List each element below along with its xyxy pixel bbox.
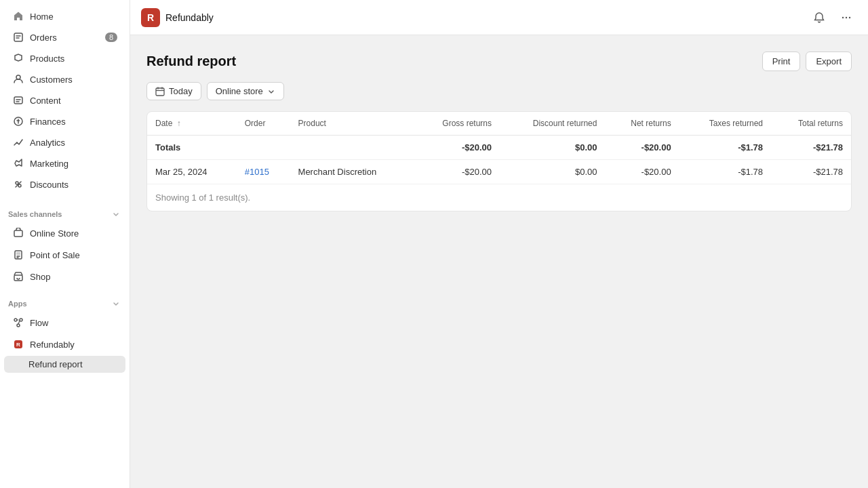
svg-rect-9 bbox=[14, 275, 22, 281]
notification-button[interactable] bbox=[808, 7, 830, 28]
sidebar-item-home[interactable]: Home bbox=[4, 6, 125, 26]
col-net-returns: Net returns bbox=[605, 112, 679, 136]
sidebar-item-shop[interactable]: Shop bbox=[4, 266, 125, 287]
export-button[interactable]: Export bbox=[806, 52, 852, 71]
sidebar-item-products[interactable]: Products bbox=[4, 48, 125, 68]
analytics-icon bbox=[12, 136, 24, 148]
col-gross-returns: Gross returns bbox=[414, 112, 500, 136]
totals-gross-returns: -$20.00 bbox=[414, 136, 500, 160]
main-area: R Refundably Refund report Print Export … bbox=[130, 0, 868, 488]
sidebar-item-refund-report[interactable]: Refund report bbox=[4, 356, 125, 373]
filter-bar: Today Online store bbox=[146, 82, 852, 100]
topbar: R Refundably bbox=[130, 0, 868, 35]
sidebar-item-finances[interactable]: Finances bbox=[4, 111, 125, 131]
apps-header: Apps bbox=[0, 291, 130, 312]
sidebar-sub-item-label: Refund report bbox=[28, 359, 83, 369]
sidebar-item-content[interactable]: Content bbox=[4, 90, 125, 110]
shop-icon bbox=[12, 270, 24, 283]
home-icon bbox=[12, 10, 24, 22]
flow-icon bbox=[12, 317, 24, 329]
page-title: Refund report bbox=[146, 54, 236, 69]
content-icon bbox=[12, 94, 24, 106]
store-filter-label: Online store bbox=[216, 86, 263, 96]
row-order: #1015 bbox=[237, 160, 290, 184]
row-date: Mar 25, 2024 bbox=[147, 160, 237, 184]
sidebar-item-online-store[interactable]: Online Store bbox=[4, 223, 125, 243]
svg-point-1 bbox=[16, 75, 20, 79]
more-options-button[interactable] bbox=[835, 7, 857, 28]
page-actions: Print Export bbox=[762, 52, 852, 71]
col-order: Order bbox=[237, 112, 290, 136]
col-discount-returned: Discount returned bbox=[500, 112, 605, 136]
row-taxes-returned: -$1.78 bbox=[679, 160, 771, 184]
sidebar: Home Orders 8 Products Customers Conte bbox=[0, 0, 130, 488]
date-filter[interactable]: Today bbox=[146, 82, 201, 100]
svg-point-4 bbox=[16, 182, 18, 184]
row-product: Merchant Discretion bbox=[290, 160, 414, 184]
marketing-icon bbox=[12, 157, 24, 169]
row-total-returns: -$21.78 bbox=[771, 160, 851, 184]
sidebar-item-label: Online Store bbox=[30, 228, 79, 239]
sidebar-item-label: Customers bbox=[30, 75, 73, 85]
svg-point-16 bbox=[846, 16, 847, 18]
row-discount-returned: $0.00 bbox=[500, 160, 605, 184]
date-filter-label: Today bbox=[169, 86, 193, 96]
svg-text:R: R bbox=[16, 342, 20, 348]
col-product: Product bbox=[290, 112, 414, 136]
totals-taxes-returned: -$1.78 bbox=[679, 136, 771, 160]
sidebar-item-point-of-sale[interactable]: Point of Sale bbox=[4, 245, 125, 265]
svg-point-10 bbox=[14, 319, 17, 321]
report-table-card: Date ↑ Order Product Gross returns Disco… bbox=[146, 111, 852, 211]
sidebar-item-label: Finances bbox=[30, 117, 66, 127]
sidebar-item-marketing[interactable]: Marketing bbox=[4, 153, 125, 174]
totals-row: Totals -$20.00 $0.00 -$20.00 -$1.78 -$21… bbox=[147, 136, 851, 160]
col-date[interactable]: Date ↑ bbox=[147, 112, 237, 136]
svg-rect-18 bbox=[156, 88, 164, 96]
sidebar-item-flow[interactable]: Flow bbox=[4, 312, 125, 333]
orders-icon bbox=[12, 31, 24, 43]
sidebar-item-label: Content bbox=[30, 96, 61, 106]
svg-point-15 bbox=[842, 16, 844, 18]
store-filter[interactable]: Online store bbox=[207, 82, 284, 100]
totals-total-returns: -$21.78 bbox=[771, 136, 851, 160]
customers-icon bbox=[12, 73, 24, 85]
sidebar-item-discounts[interactable]: Discounts bbox=[4, 174, 125, 195]
sidebar-item-label: Analytics bbox=[30, 138, 65, 148]
totals-label: Totals bbox=[147, 136, 237, 160]
topbar-logo: R bbox=[141, 8, 160, 27]
row-net-returns: -$20.00 bbox=[605, 160, 679, 184]
sidebar-item-orders[interactable]: Orders 8 bbox=[4, 27, 125, 47]
sidebar-item-label: Products bbox=[30, 54, 64, 64]
sidebar-item-label: Shop bbox=[30, 272, 50, 282]
sidebar-item-label: Home bbox=[30, 12, 54, 22]
topbar-title: Refundably bbox=[165, 12, 214, 23]
col-total-returns: Total returns bbox=[771, 112, 851, 136]
sidebar-item-refundably[interactable]: R Refundably bbox=[4, 334, 125, 354]
svg-rect-0 bbox=[14, 33, 22, 41]
totals-discount-returned: $0.00 bbox=[500, 136, 605, 160]
products-icon bbox=[12, 52, 24, 64]
sidebar-item-customers[interactable]: Customers bbox=[4, 69, 125, 89]
sidebar-nav: Home Orders 8 Products Customers Conte bbox=[0, 0, 130, 198]
apps-expand-icon[interactable] bbox=[111, 298, 121, 309]
print-button[interactable]: Print bbox=[762, 52, 801, 71]
sidebar-item-label: Marketing bbox=[30, 159, 68, 169]
sidebar-item-analytics[interactable]: Analytics bbox=[4, 132, 125, 152]
page-header: Refund report Print Export bbox=[146, 52, 852, 71]
svg-point-5 bbox=[18, 184, 21, 187]
totals-net-returns: -$20.00 bbox=[605, 136, 679, 160]
sales-channels-expand-icon[interactable] bbox=[111, 209, 121, 220]
table-row: Mar 25, 2024 #1015 Merchant Discretion -… bbox=[147, 160, 851, 184]
pos-icon bbox=[12, 249, 24, 261]
results-row: Showing 1 of 1 result(s). bbox=[147, 184, 851, 211]
content-area: Refund report Print Export Today Online … bbox=[130, 35, 868, 488]
svg-rect-8 bbox=[16, 252, 20, 255]
table-header-row: Date ↑ Order Product Gross returns Disco… bbox=[147, 112, 851, 136]
sidebar-item-label: Refundably bbox=[30, 340, 75, 350]
row-gross-returns: -$20.00 bbox=[414, 160, 500, 184]
chevron-down-icon bbox=[267, 87, 275, 96]
order-link[interactable]: #1015 bbox=[245, 167, 269, 177]
orders-badge: 8 bbox=[105, 33, 117, 42]
calendar-icon bbox=[155, 87, 165, 96]
sidebar-item-label: Point of Sale bbox=[30, 250, 80, 260]
